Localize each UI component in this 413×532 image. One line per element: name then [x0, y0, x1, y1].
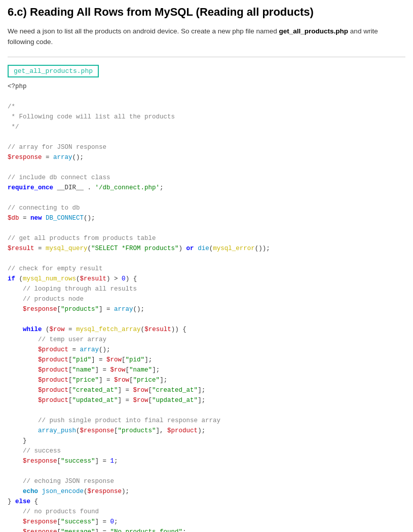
- intro-paragraph: We need a json to list all the products …: [8, 26, 405, 48]
- page-title: 6.c) Reading All Rows from MySQL (Readin…: [8, 5, 405, 20]
- code-content: <?php /* * Following code will list all …: [8, 81, 405, 532]
- page-container: 6.c) Reading All Rows from MySQL (Readin…: [0, 0, 413, 532]
- intro-bold: get_all_products.php: [279, 27, 349, 35]
- filename-tab: get_all_products.php: [8, 65, 99, 77]
- divider: [8, 57, 405, 57]
- code-block-wrapper: get_all_products.php <?php /* * Followin…: [8, 65, 405, 532]
- intro-text-before: We need a json to list all the products …: [8, 27, 279, 35]
